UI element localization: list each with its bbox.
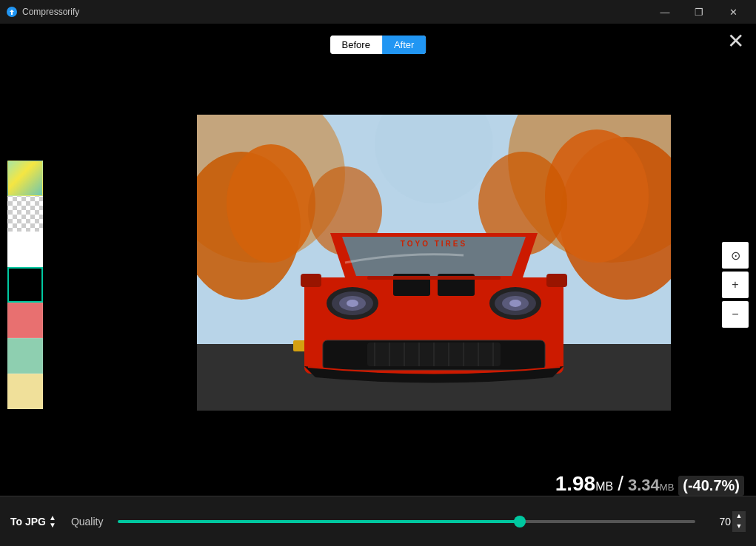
bottom-toolbar: To JPG ▲▼ Quality 70 ▲ ▼ <box>0 496 756 546</box>
svg-rect-16 <box>367 276 501 280</box>
quality-decrement-button[interactable]: ▼ <box>732 522 746 532</box>
before-button[interactable]: Before <box>330 36 382 54</box>
maximize-button[interactable]: ❐ <box>682 0 716 24</box>
comparison-toggle: Before After <box>330 36 426 54</box>
zoom-out-icon: − <box>732 308 738 321</box>
background-swatches <box>7 161 43 409</box>
minimize-button[interactable]: — <box>648 0 682 24</box>
swatch-black[interactable] <box>7 267 43 303</box>
image-preview-container: TOYO TIRES <box>148 61 719 465</box>
quality-label: Quality <box>71 516 104 528</box>
title-bar: Compressorify — ❐ ✕ <box>0 0 756 24</box>
car-image: TOYO TIRES <box>197 115 671 411</box>
size-reduction: (-40.7%) <box>678 476 744 496</box>
svg-point-35 <box>509 300 521 307</box>
after-button[interactable]: After <box>382 36 426 54</box>
svg-text:TOYO TIRES: TOYO TIRES <box>400 240 466 248</box>
format-chevron-icon: ▲▼ <box>49 514 56 529</box>
swatch-gradient[interactable] <box>7 161 43 196</box>
original-size: 3.34MB <box>628 476 674 495</box>
svg-rect-37 <box>546 274 567 287</box>
swatch-yellow[interactable] <box>7 374 43 409</box>
quality-value-wrap: 70 ▲ ▼ <box>710 511 747 532</box>
title-bar-left: Compressorify <box>6 6 79 18</box>
quality-value: 70 <box>710 516 731 528</box>
quality-stepper: ▲ ▼ <box>732 511 746 532</box>
format-select-button[interactable]: To JPG ▲▼ <box>9 511 58 532</box>
svg-point-6 <box>227 144 315 263</box>
right-toolbar: ⊙ + − <box>722 242 749 328</box>
swatch-mint[interactable] <box>7 338 43 374</box>
main-image: TOYO TIRES <box>197 115 671 411</box>
app-icon <box>6 6 18 18</box>
quality-increment-button[interactable]: ▲ <box>732 511 746 522</box>
fit-screen-icon: ⊙ <box>731 249 740 263</box>
size-info: 1.98MB / 3.34MB (-40.7%) <box>555 472 744 496</box>
quality-slider[interactable] <box>118 520 695 523</box>
format-selector: To JPG ▲▼ <box>9 511 58 532</box>
format-value: To JPG <box>10 516 46 528</box>
app-title: Compressorify <box>22 7 79 17</box>
swatch-transparent[interactable] <box>7 196 43 232</box>
swatch-red[interactable] <box>7 303 43 338</box>
size-divider: / <box>618 472 623 496</box>
svg-rect-36 <box>301 274 321 287</box>
swatch-white[interactable] <box>7 232 43 267</box>
quality-slider-wrap <box>118 520 695 523</box>
zoom-in-icon: + <box>732 278 738 291</box>
zoom-out-button[interactable]: − <box>722 301 749 328</box>
main-area: Before After ✕ <box>0 24 756 546</box>
zoom-in-button[interactable]: + <box>722 272 749 298</box>
current-size: 1.98MB <box>555 472 614 496</box>
fit-screen-button[interactable]: ⊙ <box>722 242 749 269</box>
title-bar-controls: — ❐ ✕ <box>648 0 750 24</box>
close-preview-button[interactable]: ✕ <box>727 31 744 52</box>
svg-point-31 <box>347 300 358 307</box>
close-window-button[interactable]: ✕ <box>716 0 750 24</box>
